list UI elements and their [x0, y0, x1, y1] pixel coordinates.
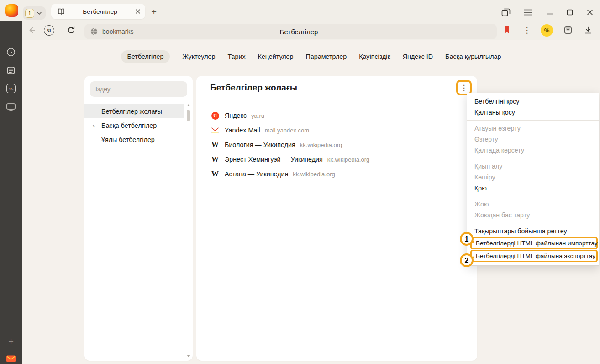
window-close-button[interactable]: [584, 6, 596, 19]
downloads-button[interactable]: [582, 24, 595, 37]
browser-menu-button[interactable]: [521, 6, 534, 19]
download-icon: [584, 26, 592, 34]
menu-item-cut: Қиып алу: [467, 161, 599, 172]
menu-item-label: Бетбелгілерді HTML файлына экспорттау: [476, 253, 595, 259]
menu-item-add-bookmark[interactable]: Бетбелгіні қосу: [467, 96, 599, 107]
bookmark-flag-button[interactable]: [500, 24, 513, 37]
refresh-icon: [67, 26, 76, 35]
yandex-letter-icon: Я: [47, 28, 51, 33]
browser-chrome: 1 Бетбелгілер + Я bookmarks Бетбелгілер: [0, 0, 600, 40]
bookmark-title: Биология — Уикипедия: [225, 141, 295, 148]
wikipedia-favicon: W: [211, 155, 220, 164]
tab-tiles-icon: [501, 8, 511, 16]
bookmark-title: Yandex Mail: [225, 127, 260, 134]
tab-extensions[interactable]: Кеңейтулер: [258, 53, 294, 60]
bookmark-flag-icon: [504, 26, 510, 34]
yandex-home-button[interactable]: Я: [44, 25, 54, 36]
bookmark-row[interactable]: W Астана — Уикипедия kk.wikipedia.org: [196, 167, 477, 181]
devices-button[interactable]: [5, 101, 16, 112]
menu-item-paste[interactable]: Қою: [467, 183, 599, 194]
mail-button[interactable]: [5, 353, 16, 364]
menu-separator: [467, 120, 599, 121]
menu-separator: [467, 223, 599, 223]
tab-close-icon[interactable]: [135, 9, 141, 14]
chevron-down-icon: [37, 12, 42, 15]
menu-item-sort-by-title[interactable]: Тақырыптары бойынша реттеу: [467, 226, 599, 237]
folder-item-other-bookmarks[interactable]: › Басқа бетбелгілер: [84, 118, 184, 132]
feed-button[interactable]: [5, 65, 16, 76]
wikipedia-favicon: W: [211, 141, 220, 149]
sidebar-rail: 15 + ⋯: [0, 21, 22, 364]
folder-label: Бетбелгілер жолағы: [101, 108, 162, 115]
scrollbar[interactable]: [185, 104, 191, 357]
bookmark-title: Эрнест Хемингуэй — Уикипедия: [225, 156, 323, 163]
minimize-icon: [547, 9, 553, 16]
menu-separator: [467, 196, 599, 196]
bookmark-row[interactable]: W Биология — Уикипедия kk.wikipedia.org: [196, 137, 477, 152]
menu-item-show-in-folder: Қалтада көрсету: [467, 145, 599, 156]
browser-logo-icon[interactable]: [5, 4, 18, 17]
history-button[interactable]: [5, 47, 16, 58]
tabs-count-button[interactable]: 15: [5, 83, 16, 94]
bookmarks-context-menu: Бетбелгіні қосу Қалтаны қосу Атауын өзге…: [467, 93, 599, 266]
menu-item-add-folder[interactable]: Қалтаны қосу: [467, 107, 599, 118]
bookmark-row[interactable]: W Эрнест Хемингуэй — Уикипедия kk.wikipe…: [196, 152, 477, 167]
folder-label: Басқа бетбелгілер: [101, 122, 157, 129]
maximize-icon: [567, 9, 573, 16]
folder-label: Ұялы бетбелгілер: [101, 136, 155, 143]
tab-settings[interactable]: Параметрлер: [306, 53, 347, 60]
chevron-right-icon[interactable]: ›: [92, 121, 95, 129]
tab-tiles-button[interactable]: [500, 6, 512, 19]
menu-item-edit: Өзгерту: [467, 134, 599, 145]
menu-item-undo-delete: Жоюдан бас тарту: [467, 210, 599, 221]
bookmarks-menu-button[interactable]: ⋮: [458, 82, 470, 94]
tab-downloads[interactable]: Жүктеулер: [182, 53, 215, 60]
browser-tab[interactable]: Бетбелгілер: [51, 4, 145, 19]
bookmark-row[interactable]: Yandex Mail mail.yandex.com: [196, 123, 477, 137]
settings-nav-tabs: Бетбелгілер Жүктеулер Тарих Кеңейтулер П…: [22, 50, 600, 63]
menu-item-delete: Жою: [467, 199, 599, 210]
mail-icon: [6, 355, 16, 363]
tab-yandex-id[interactable]: Яндекс ID: [403, 53, 433, 60]
bookmark-row[interactable]: Я Яндекс ya.ru: [196, 108, 477, 123]
tab-history[interactable]: Тарих: [227, 53, 245, 60]
scroll-up-icon[interactable]: [187, 104, 190, 106]
bookmarks-page: Бетбелгілер Жүктеулер Тарих Кеңейтулер П…: [22, 40, 600, 364]
address-menu-button[interactable]: ⋮: [521, 24, 533, 37]
scroll-down-icon[interactable]: [187, 355, 190, 357]
refresh-button[interactable]: [65, 24, 78, 37]
folder-item-bookmarks-bar[interactable]: Бетбелгілер жолағы: [84, 104, 184, 118]
tab-security[interactable]: Қауіпсіздік: [359, 53, 390, 60]
window-minimize-button[interactable]: [543, 6, 556, 19]
bookmark-url: kk.wikipedia.org: [327, 156, 370, 163]
folder-list: Бетбелгілер жолағы › Басқа бетбелгілер Ұ…: [84, 104, 193, 147]
annotation-step-1-badge: 1: [460, 232, 474, 246]
annotation-step-2-badge: 2: [460, 253, 474, 267]
menu-item-export-html[interactable]: 2 Бетбелгілерді HTML файлына экспорттау: [470, 250, 598, 262]
scrollbar-thumb[interactable]: [187, 110, 190, 121]
kebab-icon: ⋮: [460, 83, 468, 93]
back-button[interactable]: [26, 24, 38, 37]
mail-favicon: [211, 127, 220, 133]
percent-badge-button[interactable]: %: [541, 24, 553, 37]
search-input[interactable]: [90, 81, 187, 97]
tab-group-counter[interactable]: 1: [23, 6, 46, 20]
sidebar-add-button[interactable]: +: [5, 336, 16, 347]
menu-item-label: Бетбелгілерді HTML файлынан импорттау: [476, 240, 598, 247]
close-icon: [587, 9, 593, 16]
new-tab-button[interactable]: +: [148, 6, 160, 18]
collections-button[interactable]: [562, 24, 574, 37]
tabs-count-icon: 15: [6, 84, 16, 93]
bookmark-url: mail.yandex.com: [265, 127, 310, 134]
menu-item-rename: Атауын өзгерту: [467, 123, 599, 134]
bookmark-url: kk.wikipedia.org: [300, 142, 342, 148]
tab-bookmarks[interactable]: Бетбелгілер: [121, 50, 170, 63]
tab-other-devices[interactable]: Басқа құрылғылар: [445, 53, 501, 60]
hamburger-icon: [524, 9, 532, 16]
site-icon: [90, 27, 98, 36]
monitor-icon: [6, 102, 16, 111]
folder-item-mobile-bookmarks[interactable]: Ұялы бетбелгілер: [84, 132, 184, 147]
menu-item-import-html[interactable]: 1 Бетбелгілерді HTML файлынан импорттау: [470, 237, 598, 249]
window-maximize-button[interactable]: [563, 6, 576, 19]
address-bar[interactable]: bookmarks Бетбелгілер: [84, 24, 497, 39]
